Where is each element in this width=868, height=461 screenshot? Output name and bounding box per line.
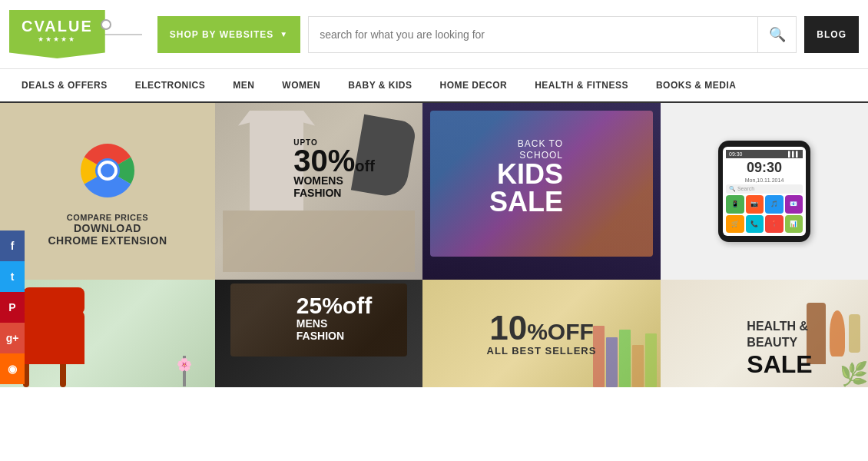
promo-grid: COMPARE PRICES DOWNLOAD CHROME EXTENSION…: [0, 103, 868, 387]
search-icon: 🔍: [769, 26, 786, 43]
search-button[interactable]: 🔍: [757, 17, 796, 52]
nav-baby-kids[interactable]: BABY & KIDS: [334, 69, 426, 101]
search-bar: 🔍: [308, 16, 797, 53]
womens-promo-cell[interactable]: UPTO 30%off WOMENS FASHION: [215, 103, 422, 280]
header: CVALUE ★★★★★ SHOP BY WEBSITES ▼ 🔍 BLOG: [0, 0, 868, 69]
phone-screen: 09:30▌▌▌ 09:30 Mon,10.11.2014 🔍 Search 📱…: [723, 147, 806, 236]
mens-promo-cell[interactable]: 25%off MENS FASHION: [215, 280, 422, 387]
promo-content: COMPARE PRICES DOWNLOAD CHROME EXTENSION…: [0, 103, 868, 387]
logo-stars: ★★★★★: [22, 35, 93, 43]
tenoff-promo-cell[interactable]: 10%OFF ALL BEST SELLERS: [422, 280, 661, 387]
phone-status-bar: 09:30▌▌▌: [726, 150, 803, 158]
logo[interactable]: CVALUE ★★★★★: [9, 10, 142, 58]
nav-women[interactable]: WOMEN: [268, 69, 334, 101]
fabric-pile: [223, 211, 415, 272]
main-nav: DEALS & OFFERS ELECTRONICS MEN WOMEN BAB…: [0, 69, 868, 103]
flowers-decoration: 🌸: [177, 356, 192, 372]
blog-label: BLOG: [817, 29, 846, 40]
phone-icon-1: 📱: [726, 195, 744, 214]
rss-icon: ◉: [8, 363, 17, 375]
phone-app-icons: 📱 📷 🎵 📧 🛒 📞 📍 📊: [726, 195, 803, 233]
facebook-button[interactable]: f: [0, 230, 25, 261]
svg-point-2: [101, 164, 114, 177]
phone-icon-3: 🎵: [765, 195, 784, 214]
phone-time: 09:30: [726, 158, 803, 177]
chevron-down-icon: ▼: [280, 30, 288, 38]
pinterest-button[interactable]: P: [0, 292, 25, 323]
phone-icon-8: 📊: [785, 215, 803, 234]
search-input[interactable]: [309, 17, 757, 52]
womens-overlay: UPTO 30%off WOMENS FASHION: [293, 138, 375, 199]
tenoff-overlay-text: 10%OFF ALL BEST SELLERS: [487, 311, 597, 357]
kids-promo-cell[interactable]: BACK TO SCHOOL KIDS SALE: [422, 103, 661, 280]
health-overlay-text: HEALTH & BEAUTY SALE: [747, 319, 812, 380]
lavender-decoration: 🌿: [840, 360, 868, 387]
chair-illustration: [23, 310, 84, 387]
nav-health-fitness[interactable]: HEALTH & FITNESS: [521, 69, 642, 101]
googleplus-icon: g+: [6, 332, 19, 344]
shop-button-label: SHOP BY WEBSITES: [170, 29, 274, 40]
health-promo-cell[interactable]: 🌿 HEALTH & BEAUTY SALE: [661, 280, 868, 387]
chrome-promo-cell[interactable]: COMPARE PRICES DOWNLOAD CHROME EXTENSION: [0, 103, 215, 280]
phone-search-bar: 🔍 Search: [726, 184, 803, 194]
phone-icon-5: 🛒: [726, 215, 744, 234]
nav-deals-offers[interactable]: DEALS & OFFERS: [8, 69, 121, 101]
phone-icon-2: 📷: [746, 195, 764, 214]
social-sidebar: f t P g+ ◉: [0, 230, 25, 384]
phone-icon-4: 📧: [785, 195, 803, 214]
shop-by-websites-button[interactable]: SHOP BY WEBSITES ▼: [157, 16, 301, 53]
chair-promo-cell[interactable]: 🌸: [0, 280, 215, 387]
mens-overlay-text: 25%off MENS FASHION: [297, 294, 372, 342]
phone-icon-6: 📞: [746, 215, 764, 234]
pinterest-icon: P: [8, 301, 15, 313]
twitter-icon: t: [11, 270, 15, 283]
nav-men[interactable]: MEN: [219, 69, 268, 101]
facebook-icon: f: [11, 240, 15, 252]
nav-home-decor[interactable]: HOME DECOR: [426, 69, 521, 101]
blog-button[interactable]: BLOG: [804, 16, 859, 53]
nav-books-media[interactable]: BOOKS & MEDIA: [642, 69, 750, 101]
phone-icon-7: 📍: [765, 215, 784, 234]
phone-date: Mon,10.11.2014: [726, 177, 803, 183]
nav-electronics[interactable]: ELECTRONICS: [121, 69, 220, 101]
kids-overlay-text: BACK TO SCHOOL KIDS SALE: [489, 136, 563, 216]
twitter-button[interactable]: t: [0, 261, 25, 292]
logo-brand: CVALUE: [22, 18, 93, 35]
chrome-promo-text: COMPARE PRICES DOWNLOAD CHROME EXTENSION: [48, 213, 167, 247]
rss-button[interactable]: ◉: [0, 353, 25, 384]
chrome-logo-icon: [73, 136, 142, 205]
googleplus-button[interactable]: g+: [0, 323, 25, 353]
phone-promo-cell[interactable]: 09:30▌▌▌ 09:30 Mon,10.11.2014 🔍 Search 📱…: [661, 103, 868, 280]
phone-mockup: 09:30▌▌▌ 09:30 Mon,10.11.2014 🔍 Search 📱…: [718, 141, 810, 242]
